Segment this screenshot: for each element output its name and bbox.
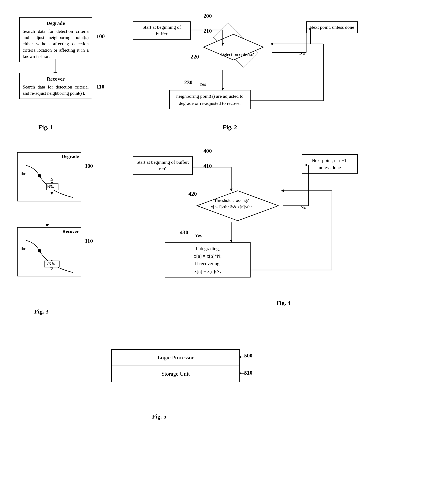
fig4-start-box: Start at beginning of buffer: n=0 [133, 156, 193, 175]
recover-graph-title: Recover [62, 229, 79, 234]
label-200: 200 [204, 13, 212, 19]
fig4-yes: Yes [195, 233, 202, 238]
storage-row: Storage Unit [112, 366, 240, 382]
if-line4: x[n] = x[n]/N; [168, 268, 247, 275]
arrow-down-1 [55, 59, 55, 73]
label-420: 420 [189, 191, 197, 197]
fig1: Degrade Search data for detection criter… [13, 13, 109, 133]
recover-box: Recover Search data for detection criter… [19, 73, 92, 99]
svg-marker-13 [270, 43, 273, 45]
degrade-box: Degrade Search data for detection criter… [19, 17, 92, 62]
label-430: 430 [180, 229, 188, 236]
svg-text:N%: N% [47, 184, 54, 189]
svg-text:thr: thr [21, 246, 26, 251]
label-230: 230 [184, 79, 192, 86]
fig5-label: Fig. 5 [152, 413, 166, 420]
arrow-down-3 [47, 203, 47, 225]
degrade-graph-svg: thr N% [17, 153, 81, 201]
fig4-next-box: Next point, n=n+1; unless done [302, 154, 358, 174]
fig3: Degrade thr N% [13, 148, 103, 319]
label-300: 300 [85, 163, 93, 169]
fig2-yes: Yes [199, 81, 206, 87]
label-410: 410 [204, 163, 212, 169]
svg-marker-25 [51, 182, 53, 184]
page-container: Degrade Search data for detection criter… [9, 9, 448, 502]
fig2-label: Fig. 2 [223, 124, 237, 131]
recover-body: Search data for detection criteria, and … [23, 84, 89, 97]
recover-graph-svg: thr 1/N% [17, 228, 81, 276]
degrade-graph-title: Degrade [62, 154, 79, 159]
threshold-line2: x[n-1]>thr && x[n]<thr [211, 204, 252, 210]
threshold-text: Threshold crossing? x[n-1]>thr && x[n]<t… [211, 197, 252, 210]
fig2-next-box: Next point, unless done [306, 21, 358, 33]
svg-marker-19 [51, 192, 53, 195]
svg-text:thr: thr [21, 171, 26, 176]
fig4-no: No [300, 205, 306, 210]
label-220: 220 [190, 54, 199, 60]
recover-graph: Recover thr 1/N% [17, 227, 81, 276]
if-line1: If degrading, [168, 245, 247, 252]
adjust-box: neighboring point(s) are adjusted to deg… [169, 90, 251, 109]
label-510: 510 [244, 370, 253, 376]
label-100: 100 [96, 33, 105, 40]
fig1-label: Fig. 1 [38, 124, 53, 131]
fig4-label: Fig. 4 [276, 300, 291, 306]
degrade-title: Degrade [23, 20, 89, 27]
degrade-graph: Degrade thr N% [17, 152, 81, 201]
label-500: 500 [244, 353, 253, 359]
fig2-no: No [299, 50, 305, 56]
fig3-label: Fig. 3 [34, 308, 49, 315]
degrade-body: Search data for detection criteria and a… [23, 28, 89, 60]
fig2: 200 Start at beginning of buffer 210 Nex… [126, 13, 362, 133]
fig2-start-box: Start at beginning of buffer [133, 21, 190, 40]
system-box: Logic Processor Storage Unit [111, 349, 240, 382]
label-110: 110 [96, 84, 104, 90]
if-line3: If recovering, [168, 260, 247, 267]
svg-text:1/N%: 1/N% [45, 261, 55, 266]
detection-diamond-svg [199, 32, 268, 62]
svg-point-28 [38, 249, 41, 252]
if-box: If degrading, x[n] = x[n]*N; If recoveri… [165, 242, 251, 277]
threshold-line1: Threshold crossing? [211, 197, 252, 204]
logic-row: Logic Processor [112, 350, 240, 366]
label-400: 400 [204, 148, 212, 154]
fig5: Logic Processor Storage Unit 500 510 Fig… [94, 345, 308, 426]
recover-title: Recover [23, 75, 89, 83]
label-310: 310 [85, 238, 93, 244]
svg-point-17 [38, 174, 41, 178]
fig4: 400 Start at beginning of buffer: n=0 41… [126, 148, 362, 319]
threshold-diamond-container: Threshold crossing? x[n-1]>thr && x[n]<t… [193, 189, 283, 224]
if-line2: x[n] = x[n]*N; [168, 252, 247, 260]
detection-label: Detection criteria? [221, 52, 254, 57]
